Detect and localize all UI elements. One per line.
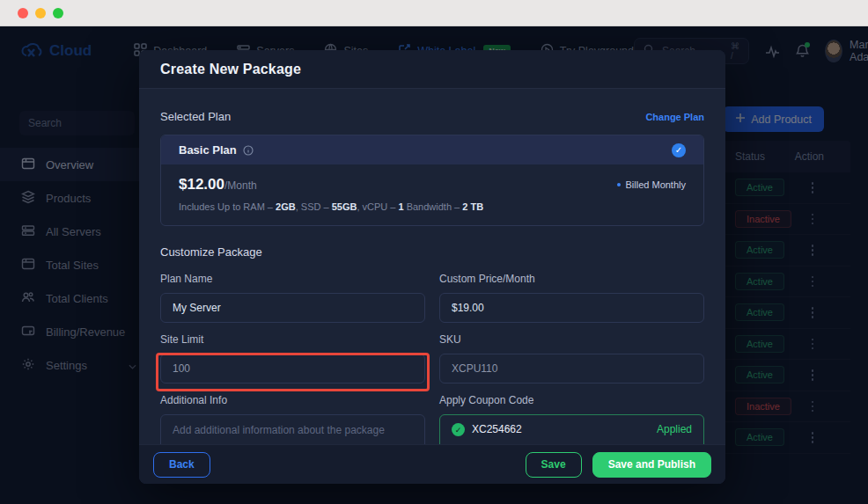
coupon-label: Apply Coupon Code bbox=[439, 394, 704, 406]
plan-includes: Includes Up to RAM – 2GB, SSD – 55GB, vC… bbox=[179, 201, 686, 212]
custom-price-field: Custom Price/Month bbox=[439, 273, 704, 323]
plan-price: $12.00 bbox=[179, 176, 224, 194]
info-icon[interactable] bbox=[243, 145, 254, 156]
modal-title: Create New Package bbox=[160, 62, 301, 77]
modal-body: Selected Plan Change Plan Basic Plan ✓ $… bbox=[139, 89, 725, 484]
coupon-check-icon: ✓ bbox=[452, 423, 465, 436]
modal-footer: Back Save Save and Publish bbox=[139, 444, 725, 484]
plan-name-label: Plan Name bbox=[160, 273, 425, 285]
selected-plan-label: Selected Plan bbox=[160, 110, 231, 123]
billing-badge: Billed Monthly bbox=[617, 179, 686, 190]
coupon-applied-status: Applied bbox=[657, 423, 692, 435]
create-package-modal: Create New Package Selected Plan Change … bbox=[139, 50, 725, 484]
sku-label: SKU bbox=[439, 333, 704, 346]
sku-input[interactable] bbox=[439, 354, 704, 383]
bullet-dot-icon bbox=[617, 183, 621, 186]
site-limit-label: Site Limit bbox=[160, 333, 425, 346]
back-button[interactable]: Back bbox=[153, 452, 210, 478]
close-window-button[interactable] bbox=[18, 8, 28, 18]
plan-name-field: Plan Name bbox=[160, 273, 425, 323]
additional-info-label: Additional Info bbox=[160, 394, 425, 406]
window-titlebar bbox=[0, 0, 868, 26]
selected-check-icon: ✓ bbox=[672, 143, 686, 157]
customize-package-label: Customize Package bbox=[160, 245, 704, 259]
site-limit-field: Site Limit bbox=[160, 333, 425, 383]
custom-price-input[interactable] bbox=[439, 293, 704, 323]
plan-card[interactable]: Basic Plan ✓ $12.00 /Month Billed Monthl… bbox=[160, 135, 704, 226]
plan-name-input[interactable] bbox=[160, 293, 425, 323]
plan-card-body: $12.00 /Month Billed Monthly Includes Up… bbox=[161, 164, 703, 225]
coupon-code: XC254662 bbox=[472, 423, 522, 435]
zoom-window-button[interactable] bbox=[53, 8, 63, 18]
modal-header: Create New Package bbox=[139, 50, 725, 89]
change-plan-link[interactable]: Change Plan bbox=[645, 112, 704, 122]
save-and-publish-button[interactable]: Save and Publish bbox=[592, 452, 711, 478]
plan-name: Basic Plan bbox=[179, 143, 237, 157]
minimize-window-button[interactable] bbox=[35, 8, 46, 18]
custom-price-label: Custom Price/Month bbox=[439, 273, 704, 285]
plan-period: /Month bbox=[224, 179, 257, 192]
sku-field: SKU bbox=[439, 333, 704, 383]
site-limit-input[interactable] bbox=[160, 354, 425, 383]
plan-card-header: Basic Plan ✓ bbox=[161, 135, 703, 164]
save-button[interactable]: Save bbox=[526, 452, 582, 478]
